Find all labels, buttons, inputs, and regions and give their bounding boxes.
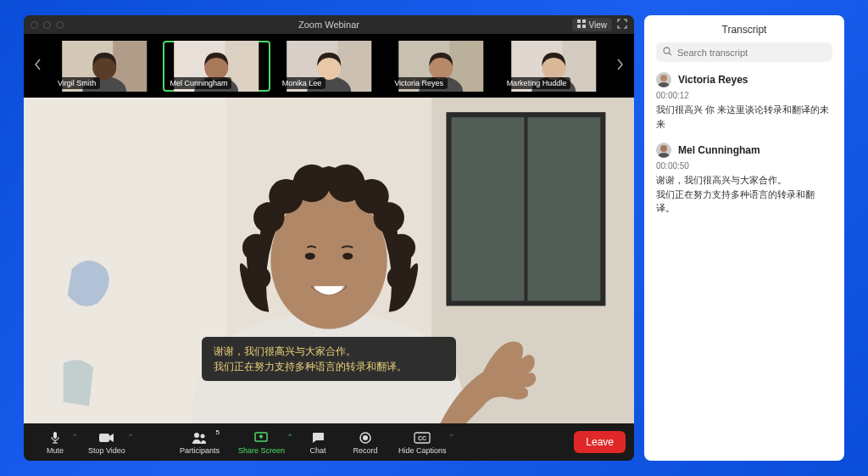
participant-thumb[interactable]: Victoria Reyes — [387, 41, 494, 92]
speaker-name: Victoria Reyes — [678, 74, 748, 86]
svg-point-36 — [374, 202, 404, 232]
svg-point-40 — [387, 266, 411, 289]
chevron-up-icon[interactable]: ^ — [450, 432, 453, 440]
timestamp: 00:00:50 — [656, 161, 832, 171]
svg-rect-46 — [99, 434, 109, 442]
participants-button[interactable]: Participants 5 — [171, 428, 228, 456]
chevron-up-icon[interactable]: ^ — [288, 432, 292, 440]
svg-point-60 — [660, 145, 667, 152]
gallery-next-button[interactable] — [612, 58, 627, 75]
stop-video-button[interactable]: Stop Video ^ — [80, 428, 134, 456]
video-icon — [99, 430, 114, 445]
participant-name: Marketing Huddle — [503, 77, 571, 89]
mute-button[interactable]: Mute ^ — [32, 428, 78, 456]
avatar — [656, 143, 671, 158]
captions-icon: CC — [414, 430, 431, 445]
participant-thumb[interactable]: Virgil Smith — [51, 41, 158, 92]
share-icon — [254, 430, 268, 445]
timestamp: 00:00:12 — [656, 91, 832, 100]
transcript-title: Transcript — [656, 24, 832, 36]
zoom-window: Zoom Webinar View Virgil Smith — [24, 15, 634, 461]
gallery-prev-button[interactable] — [31, 58, 46, 75]
titlebar: Zoom Webinar View — [24, 15, 634, 34]
transcript-panel: Transcript Victoria Reyes 00:00:12 我们很高兴… — [644, 15, 844, 461]
caption-line-1: 谢谢，我们很高兴与大家合作。 — [214, 344, 444, 359]
svg-point-37 — [242, 234, 270, 261]
record-icon — [359, 430, 371, 445]
participant-name: Virgil Smith — [53, 77, 100, 89]
participant-name: Mel Cunningham — [165, 77, 231, 89]
svg-rect-43 — [53, 432, 57, 439]
participant-thumb[interactable]: Monika Lee — [275, 41, 382, 92]
toolbar: Mute ^ Stop Video ^ Participants 5 Share… — [24, 423, 634, 461]
svg-point-38 — [388, 234, 415, 261]
participant-thumb[interactable]: Mel Cunningham — [163, 41, 270, 92]
share-screen-button[interactable]: Share Screen ^ — [230, 428, 293, 456]
svg-point-41 — [305, 253, 315, 260]
caption-line-2: 我们正在努力支持多种语言的转录和翻译。 — [214, 359, 444, 374]
svg-point-54 — [664, 48, 670, 53]
people-icon — [192, 430, 207, 445]
participant-gallery: Virgil Smith Mel Cunningham Monika Lee V… — [24, 34, 634, 98]
window-title: Zoom Webinar — [24, 20, 634, 30]
svg-point-33 — [293, 165, 331, 202]
svg-rect-25 — [24, 98, 226, 423]
search-icon — [663, 47, 672, 58]
svg-point-39 — [247, 266, 270, 289]
microphone-icon — [49, 430, 61, 445]
leave-button[interactable]: Leave — [574, 431, 626, 453]
participant-name: Victoria Reyes — [390, 77, 448, 89]
svg-point-42 — [342, 253, 353, 260]
record-button[interactable]: Record — [342, 428, 388, 456]
participants-count: 5 — [214, 428, 220, 436]
svg-point-48 — [201, 434, 205, 438]
chat-icon — [311, 430, 325, 445]
main-video: 谢谢，我们很高兴与大家合作。 我们正在努力支持多种语言的转录和翻译。 — [24, 98, 634, 423]
transcript-text: 我们很高兴 你 来这里谈论转录和翻译的未来 — [656, 103, 832, 131]
chevron-up-icon[interactable]: ^ — [73, 432, 76, 440]
svg-line-55 — [669, 53, 671, 55]
participant-thumb[interactable]: Marketing Huddle — [500, 41, 607, 92]
svg-point-47 — [194, 433, 199, 438]
participant-name: Monika Lee — [278, 77, 326, 89]
hide-captions-button[interactable]: CC Hide Captions ^ — [390, 428, 455, 456]
transcript-entry: Mel Cunningham 00:00:50 谢谢，我们很高兴与大家合作。我们… — [656, 143, 832, 216]
caption-box: 谢谢，我们很高兴与大家合作。 我们正在努力支持多种语言的转录和翻译。 — [202, 337, 456, 381]
svg-point-51 — [363, 435, 368, 440]
svg-text:CC: CC — [418, 435, 426, 441]
svg-point-57 — [660, 75, 667, 81]
search-input[interactable] — [677, 48, 826, 58]
speaker-name: Mel Cunningham — [678, 144, 760, 156]
chat-button[interactable]: Chat — [295, 428, 341, 456]
transcript-text: 谢谢，我们很高兴与大家合作。我们正在努力支持多种语言的转录和翻译。 — [656, 173, 832, 216]
chevron-up-icon[interactable]: ^ — [129, 432, 132, 440]
avatar — [656, 72, 671, 87]
transcript-search[interactable] — [656, 42, 832, 62]
transcript-entry: Victoria Reyes 00:00:12 我们很高兴 你 来这里谈论转录和… — [656, 72, 832, 131]
